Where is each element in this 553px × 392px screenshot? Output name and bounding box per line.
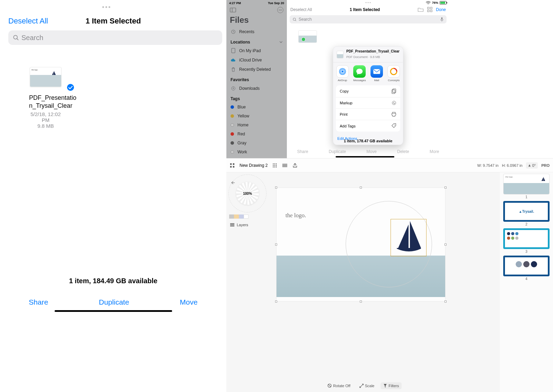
share-app-airdrop[interactable]: AirDrop <box>335 65 350 82</box>
mic-icon[interactable] <box>440 17 444 22</box>
share-app-messages[interactable]: Messages <box>352 65 368 82</box>
more-options-icon[interactable] <box>277 7 283 13</box>
files-content: 76% Deselect All 1 Item Selected Done Se… <box>287 0 449 158</box>
handle-ne[interactable] <box>444 187 447 189</box>
svg-rect-28 <box>230 166 232 167</box>
swatch[interactable] <box>239 214 244 219</box>
action-markup[interactable]: Markup <box>336 97 400 109</box>
share-button[interactable]: Share <box>29 298 48 306</box>
toolbar-more-button[interactable]: More <box>430 149 439 154</box>
sidebar-tag-work[interactable]: Work <box>226 147 287 156</box>
toolbar-duplicate-button[interactable]: Duplicate <box>329 149 346 154</box>
sidebar-section-favorites[interactable]: Favorites <box>226 74 287 84</box>
sidebar-item-label: Recents <box>239 29 254 34</box>
home-indicator[interactable] <box>55 310 172 312</box>
sidebar-item-downloads[interactable]: Downloads <box>226 84 287 93</box>
sailboat-shape[interactable] <box>397 221 421 252</box>
color-swatches[interactable] <box>229 214 249 219</box>
angle-selector[interactable]: 0° <box>526 162 538 169</box>
action-print[interactable]: Print <box>336 109 400 120</box>
deselect-all-button[interactable]: Deselect All <box>290 7 312 12</box>
grid-dots-icon[interactable] <box>272 163 277 168</box>
list-icon[interactable] <box>282 163 288 168</box>
sidebar-section-locations[interactable]: Locations <box>226 36 287 46</box>
handle-nw[interactable] <box>275 187 277 189</box>
sidebar-section-tags[interactable]: Tags <box>226 93 287 103</box>
gallery-icon[interactable] <box>230 163 235 168</box>
home-indicator[interactable] <box>336 156 394 157</box>
action-copy[interactable]: Copy <box>336 85 400 97</box>
sidebar-tag-gray[interactable]: Gray <box>226 138 287 147</box>
handle-e[interactable] <box>444 243 447 246</box>
layers-button[interactable]: Layers <box>230 223 248 227</box>
canvas[interactable]: 100% Layers the logo. <box>226 172 500 392</box>
sidebar-item-recentlydeleted[interactable]: Recently Deleted <box>226 65 287 74</box>
slide-thumb[interactable]: ▲Trysail.2 <box>503 201 550 226</box>
svg-point-25 <box>394 125 395 125</box>
dim-width: W: 9.7547 in <box>477 163 499 168</box>
sailboat-icon <box>51 71 56 76</box>
slide-thumb[interactable]: the logo.1 <box>503 174 550 199</box>
app-name: AirDrop <box>335 79 350 82</box>
undo-icon[interactable] <box>231 181 236 185</box>
sidebar-title: Files <box>226 15 287 27</box>
swatch[interactable] <box>229 214 234 219</box>
handle-n[interactable] <box>360 187 362 189</box>
svg-point-31 <box>274 163 275 164</box>
handle-se[interactable] <box>444 300 447 303</box>
dim-angle: 0° <box>532 163 536 168</box>
duplicate-button[interactable]: Duplicate <box>99 298 129 306</box>
new-folder-icon[interactable] <box>418 7 424 12</box>
sheet-filemeta: PDF Document · 9.8 MB <box>346 55 380 59</box>
sidebar-item-label: On My iPad <box>239 48 261 53</box>
slide-thumb[interactable]: 3 <box>503 228 550 254</box>
copy-icon <box>392 88 396 94</box>
multitask-dots-icon[interactable] <box>366 2 371 3</box>
artboard[interactable]: the logo. <box>276 188 446 302</box>
sidebar-tag-yellow[interactable]: Yellow <box>226 112 287 121</box>
search-field[interactable]: Search <box>290 15 447 23</box>
drawing-name[interactable]: New Drawing 2 <box>240 163 268 168</box>
swatch[interactable] <box>244 214 249 219</box>
toolbar-share-button[interactable]: Share <box>297 149 308 154</box>
done-button[interactable]: Done <box>436 7 446 12</box>
toolbar-move-button[interactable]: Move <box>366 149 376 154</box>
airdrop-icon <box>338 67 347 76</box>
option-label: Scale <box>365 384 375 388</box>
scale-toggle[interactable]: Scale <box>357 382 377 389</box>
view-grid-icon[interactable] <box>427 7 432 12</box>
tool-wheel[interactable]: 100% <box>228 174 266 212</box>
layers-icon <box>230 223 235 227</box>
share-icon[interactable] <box>292 163 298 168</box>
handle-w[interactable] <box>275 243 277 246</box>
share-app-mail[interactable]: Mail <box>369 65 385 82</box>
toolbar-delete-button[interactable]: Delete <box>397 149 409 154</box>
rotate-toggle[interactable]: Rotate Off <box>325 382 353 389</box>
sidebar-tag-red[interactable]: Red <box>226 130 287 138</box>
file-item[interactable] <box>297 30 318 43</box>
sidebar-tag-blue[interactable]: Blue <box>226 103 287 112</box>
slide-thumb[interactable]: 4 <box>503 256 550 281</box>
filter-icon <box>383 384 387 388</box>
action-addtags[interactable]: Add Tags <box>336 120 400 132</box>
svg-rect-21 <box>373 69 380 74</box>
sidebar-item-onmyipad[interactable]: On My iPad <box>226 46 287 55</box>
handle-sw[interactable] <box>275 300 277 303</box>
pro-badge[interactable]: PRO <box>541 163 550 168</box>
handle-s[interactable] <box>360 300 362 303</box>
swatch[interactable] <box>234 214 239 219</box>
trash-icon <box>231 67 236 72</box>
sidebar-item-icloud[interactable]: iCloud Drive <box>226 55 287 65</box>
battery-icon <box>440 1 447 4</box>
filters-toggle[interactable]: Filters <box>381 382 402 389</box>
deselect-all-button[interactable]: Deselect All <box>8 17 48 26</box>
file-item[interactable]: the logo. PDF_Presentatio n_Trysail_Clea… <box>29 67 62 129</box>
share-app-concepts[interactable]: Concepts <box>386 65 402 82</box>
multitask-dots-icon[interactable] <box>102 6 110 8</box>
section-label: Locations <box>231 40 250 45</box>
sidebar-tag-home[interactable]: Home <box>226 121 287 130</box>
move-button[interactable]: Move <box>180 298 197 306</box>
sidebar-item-recents[interactable]: Recents <box>226 27 287 36</box>
search-field[interactable]: Search <box>8 30 222 45</box>
sidebar-toggle-icon[interactable] <box>230 8 236 12</box>
